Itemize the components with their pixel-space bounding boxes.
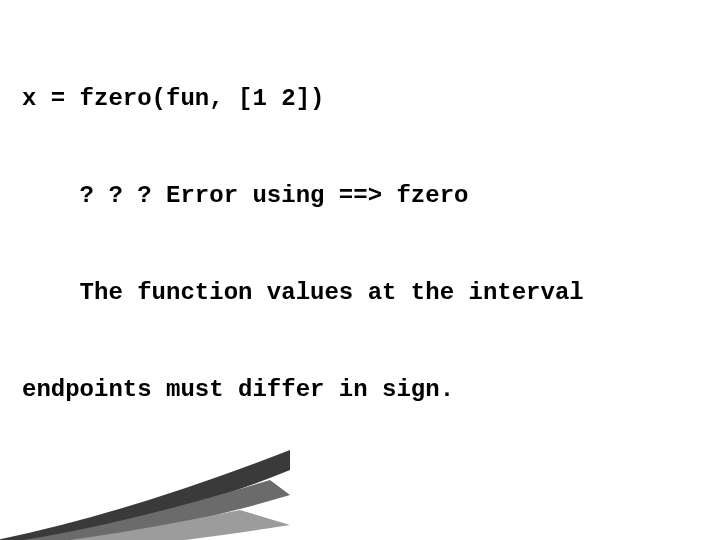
code-line: ? ? ? Error using ==> fzero [22,180,702,212]
blank-line [22,471,702,503]
code-line: endpoints must differ in sign. [22,374,702,406]
code-line: x = fzero(fun, [1 2]) [22,83,702,115]
code-slide: x = fzero(fun, [1 2]) ? ? ? Error using … [0,0,720,540]
code-line: The function values at the interval [22,277,702,309]
